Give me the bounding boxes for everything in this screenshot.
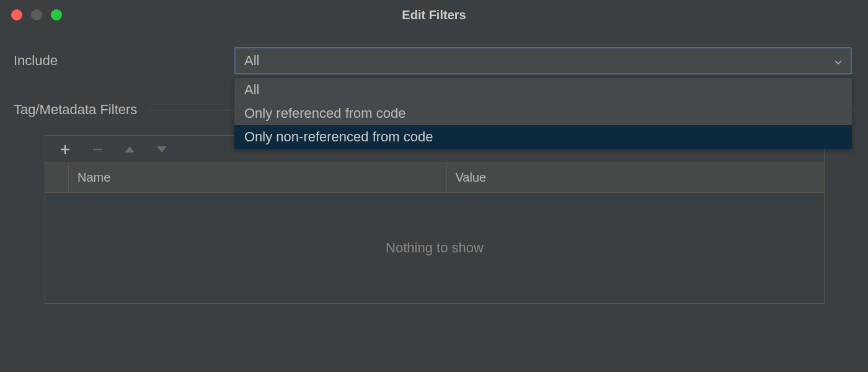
triangle-up-icon: [123, 145, 136, 154]
minimize-window-button[interactable]: [31, 9, 42, 20]
filters-table: Name Value Nothing to show: [45, 135, 825, 304]
minus-icon: [91, 143, 104, 156]
table-empty-message: Nothing to show: [386, 240, 484, 256]
include-option-all[interactable]: All: [234, 78, 852, 102]
remove-filter-button[interactable]: [90, 142, 105, 157]
chevron-down-icon: [835, 53, 842, 69]
filters-section-label: Tag/Metadata Filters: [14, 102, 137, 118]
window-controls: [0, 9, 62, 20]
window-title: Edit Filters: [402, 8, 466, 22]
add-filter-button[interactable]: [58, 142, 73, 157]
include-combobox[interactable]: All: [234, 47, 852, 74]
plus-icon: [59, 143, 71, 156]
move-down-button[interactable]: [154, 142, 169, 157]
table-header-row: Name Value: [45, 163, 824, 193]
include-selected-value: All: [244, 53, 259, 69]
table-checkbox-column: [45, 163, 69, 192]
include-option-non-referenced[interactable]: Only non-referenced from code: [234, 125, 852, 149]
include-dropdown-list: All Only referenced from code Only non-r…: [234, 78, 852, 149]
table-column-value: Value: [447, 163, 825, 192]
include-option-referenced[interactable]: Only referenced from code: [234, 102, 852, 125]
table-column-name: Name: [69, 163, 447, 192]
include-label: Include: [14, 53, 234, 69]
move-up-button[interactable]: [122, 142, 137, 157]
table-body: Nothing to show: [45, 193, 824, 303]
triangle-down-icon: [156, 145, 168, 154]
close-window-button[interactable]: [11, 9, 22, 20]
maximize-window-button[interactable]: [51, 9, 62, 20]
window-titlebar: Edit Filters: [0, 0, 868, 30]
